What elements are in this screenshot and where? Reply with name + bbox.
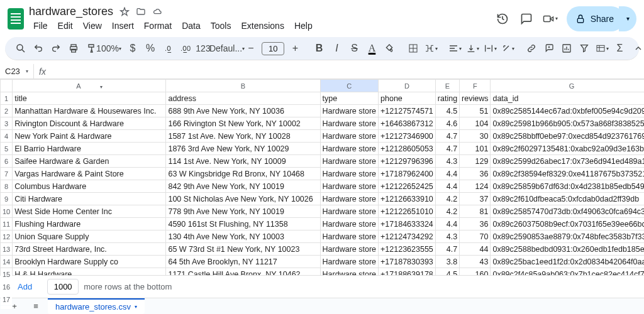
sheet-tab-menu-icon[interactable]: ▾ [135,304,137,309]
row-header[interactable]: 14 [1,256,13,268]
zoom-select[interactable]: 100% ▾ [101,40,117,57]
cell[interactable]: Hardware store [320,256,378,268]
redo-icon[interactable] [48,40,64,57]
cell[interactable]: 166 Rivington St New York, NY 10002 [166,117,320,130]
cell[interactable]: 4.2 [435,193,459,205]
cell[interactable]: 0x89c25857470d73db:0xf49063c0fca694c3 [491,205,644,218]
cell[interactable]: New York Paint & Hardware [13,130,166,143]
row-header[interactable]: 13 [1,243,13,256]
row-header[interactable]: 6 [1,155,13,168]
sheets-logo-icon[interactable] [8,8,24,30]
cell[interactable]: 81 [460,205,491,218]
cell[interactable]: 4.2 [435,205,459,218]
share-dropdown[interactable]: ▾ [619,6,636,31]
fontsize-decrease[interactable]: − [243,40,259,57]
cell[interactable]: Hardware store [320,193,378,205]
bold-button[interactable]: B [311,40,327,57]
cell[interactable]: Hardware store [320,205,378,218]
cell[interactable]: 0x89c2f610dfbeaca5:0xfcdab0dad2ff39db [491,193,644,205]
cell[interactable]: 0x89c2f38594ef8329:0xe41187675b373521 [491,168,644,180]
row-header[interactable]: 3 [1,117,13,130]
row-header[interactable]: 15 [1,268,13,281]
share-button[interactable]: Share [567,6,624,31]
cell[interactable]: 688 9th Ave New York, NY 10036 [166,105,320,117]
cell[interactable]: 0x89c26037508b9ecf:0x7031f65e39ee66bc [491,218,644,230]
cell[interactable]: 842 9th Ave New York, NY 10019 [166,180,320,193]
percent-button[interactable]: % [142,40,158,57]
cell[interactable]: +12129796396 [379,155,436,168]
move-folder-icon[interactable] [136,7,146,17]
halign-button[interactable]: ▾ [447,40,463,57]
star-icon[interactable] [119,7,130,17]
col-header-d[interactable]: D [379,80,436,92]
row-header[interactable]: 12 [1,230,13,243]
cell[interactable]: 0x89c2599d26abec17:0x73e6d941ed489a17 [491,155,644,168]
cell[interactable]: Vargas Hardware & Paint Store [13,168,166,180]
cell[interactable]: 0x89c25bac1eed1f2d:0x2d0834b42064f0aa [491,256,644,268]
row-header[interactable]: 9 [1,193,13,205]
col-header-b[interactable]: B [166,80,320,92]
valign-button[interactable]: ▾ [464,40,480,57]
cell[interactable]: Columbus Hardware [13,180,166,193]
cell[interactable]: 3.8 [435,256,459,268]
menu-tools[interactable]: Tools [206,19,236,32]
row-header[interactable]: 11 [1,218,13,230]
cell[interactable]: Hardware store [320,180,378,193]
select-all-corner[interactable] [1,80,13,92]
row-header[interactable]: 18 [1,306,13,310]
menu-extensions[interactable]: Extensions [236,19,288,32]
cell[interactable]: +16463867312 [379,117,436,130]
cell[interactable]: 4.3 [435,230,459,243]
cell[interactable]: title [13,92,166,105]
cell[interactable]: 101 [460,143,491,155]
fontsize-increase[interactable]: + [287,40,303,57]
fill-color-button[interactable] [381,40,397,57]
functions-button[interactable]: Σ [611,40,628,57]
cell[interactable]: phone [379,92,436,105]
formula-input[interactable] [51,64,644,78]
cell[interactable]: 778 9th Ave New York, NY 10019 [166,205,320,218]
cell[interactable]: +12128605053 [379,143,436,155]
menu-insert[interactable]: Insert [108,19,138,32]
cell[interactable]: +12123623555 [379,243,436,256]
cell[interactable]: 114 1st Ave. New York, NY 10009 [166,155,320,168]
col-header-e[interactable]: E [435,80,459,92]
cell[interactable]: 100 St Nicholas Ave New York, NY 10026 [166,193,320,205]
row-header[interactable]: 5 [1,143,13,155]
cell[interactable]: Hardware store [320,143,378,155]
cell[interactable]: Rivington Discount & Hardware [13,117,166,130]
cell[interactable]: 0x89c258bbff0ebe97:0xecd854d923761769 [491,130,644,143]
row-header[interactable]: 16 [1,281,13,293]
add-rows-button[interactable]: Add [8,278,42,295]
cell[interactable]: 4.4 [435,180,459,193]
cell[interactable]: 1587 1st Ave. New York, NY 10028 [166,130,320,143]
rotate-button[interactable]: ▾ [499,40,516,57]
cell[interactable]: Saifee Hardware & Garden [13,155,166,168]
cell[interactable]: +12127346900 [379,130,436,143]
add-rows-input[interactable] [47,279,79,295]
cell[interactable]: 0x89c2585144ec67ad:0xbfef005e94c9d209 [491,105,644,117]
link-button[interactable] [523,40,540,57]
italic-button[interactable]: I [328,40,345,57]
cell[interactable]: 63 W Kingsbridge Rd Bronx, NY 10468 [166,168,320,180]
sheet-tab[interactable]: hardware_stores.csv ▾ [48,298,145,309]
doc-title[interactable]: hardware_stores [29,5,113,18]
col-header-a[interactable]: A [13,80,166,92]
row-header[interactable]: 17 [1,293,13,306]
meet-icon[interactable]: ▾ [543,11,558,26]
cell[interactable]: type [320,92,378,105]
cell[interactable]: 124 [460,180,491,193]
fontsize-input[interactable]: 10 [262,42,284,55]
row-header[interactable]: 7 [1,168,13,180]
cell[interactable]: +12122651010 [379,205,436,218]
cell[interactable]: +12126633910 [379,193,436,205]
cell[interactable]: 4.4 [435,168,459,180]
cell[interactable]: 4.4 [435,218,459,230]
menu-view[interactable]: View [79,19,106,32]
menu-help[interactable]: Help [290,19,317,32]
cell[interactable]: Manhattan Hardware & Housewares Inc. [13,105,166,117]
search-menus-icon[interactable] [13,40,29,57]
comment-icon[interactable] [519,11,534,26]
cell[interactable]: 36 [460,218,491,230]
cell[interactable]: Hardware store [320,168,378,180]
